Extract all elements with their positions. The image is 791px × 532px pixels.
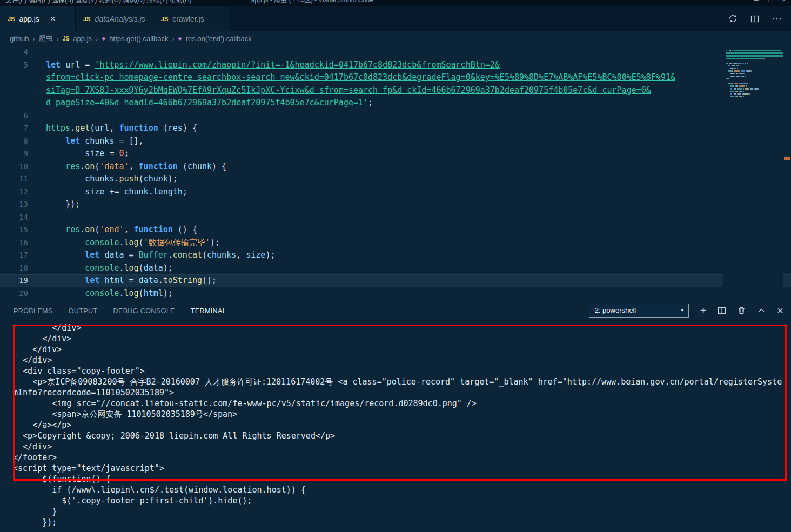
code-line[interactable]: 12 size += chunk.length; bbox=[0, 186, 791, 199]
line-number[interactable]: 18 bbox=[0, 262, 46, 275]
line-number[interactable]: 9 bbox=[0, 147, 46, 160]
tab-label: crawler.js bbox=[172, 15, 204, 23]
line-number[interactable]: 11 bbox=[0, 173, 46, 186]
line-number[interactable]: 19 bbox=[0, 274, 46, 287]
split-editor-icon[interactable] bbox=[750, 15, 759, 23]
code-line[interactable]: d_pageSize=40&d_headId=466b672969a37b2de… bbox=[0, 97, 791, 110]
code-line[interactable]: 8 let chunks = [], bbox=[0, 135, 791, 148]
panel-tabs: PROBLEMS OUTPUT DEBUG CONSOLE TERMINAL bbox=[13, 302, 227, 319]
code-line[interactable]: 14 bbox=[0, 211, 791, 224]
terminal-shell-select[interactable]: 2: powershell ▼ bbox=[589, 304, 689, 318]
breadcrumb: github › 爬虫 › JS app.js › ◆ https.get() … bbox=[0, 31, 791, 46]
code-line[interactable]: 7https.get(url, function (res) { bbox=[0, 122, 791, 135]
line-number[interactable]: 5 bbox=[0, 59, 46, 72]
kill-terminal-trash-icon[interactable] bbox=[738, 306, 746, 315]
line-number[interactable]: 20 bbox=[0, 287, 46, 300]
tab-crawler-js[interactable]: JS crawler.js bbox=[153, 6, 229, 31]
split-terminal-icon[interactable] bbox=[718, 306, 726, 315]
overview-ruler-mark bbox=[784, 157, 790, 160]
line-number[interactable]: 13 bbox=[0, 198, 46, 211]
javascript-file-icon: JS bbox=[63, 36, 69, 42]
chevron-right-icon: › bbox=[172, 35, 174, 43]
line-number[interactable]: 8 bbox=[0, 135, 46, 148]
more-actions-icon[interactable]: ⋯ bbox=[772, 13, 782, 25]
menu-bar[interactable]: 文件(F) 编辑(E) 选择(S) 查看(V) 转到(G) 调试(D) 终端(T… bbox=[5, 0, 192, 5]
breadcrumb-github[interactable]: github bbox=[10, 35, 29, 43]
javascript-file-icon: JS bbox=[161, 16, 168, 22]
line-number[interactable] bbox=[0, 97, 46, 110]
code-line[interactable]: 16 console.log('数据包传输完毕'); bbox=[0, 237, 791, 250]
tab-label: app.js bbox=[19, 15, 39, 23]
code-line[interactable]: 17 let data = Buffer.concat(chunks, size… bbox=[0, 249, 791, 262]
minimap[interactable] bbox=[723, 46, 783, 300]
tab-output[interactable]: OUTPUT bbox=[68, 302, 98, 319]
new-terminal-icon[interactable]: + bbox=[700, 305, 707, 316]
code-line[interactable]: 15 res.on('end', function () { bbox=[0, 224, 791, 237]
code-line[interactable]: 6 bbox=[0, 110, 791, 123]
code-line[interactable]: 20 console.log(html); bbox=[0, 287, 791, 300]
javascript-file-icon: JS bbox=[83, 16, 90, 22]
code-lines: 45let url = 'https://www.liepin.com/zhao… bbox=[0, 46, 791, 300]
editor-scrollbar[interactable] bbox=[783, 46, 791, 300]
line-number[interactable]: 15 bbox=[0, 224, 46, 237]
terminal[interactable]: </div> </div> </div> </div> <div class="… bbox=[0, 320, 791, 532]
line-number[interactable] bbox=[0, 84, 46, 97]
editor-actions: ⋯ bbox=[728, 6, 791, 31]
tab-dataanalysis-js[interactable]: JS dataAnalysis.js bbox=[76, 6, 153, 31]
breadcrumb-file[interactable]: app.js bbox=[73, 35, 92, 43]
panel-controls: 2: powershell ▼ + bbox=[589, 304, 783, 318]
editor-tab-bar: JS app.js × JS dataAnalysis.js JS crawle… bbox=[0, 6, 791, 31]
code-line[interactable]: 18 console.log(data); bbox=[0, 262, 791, 275]
line-number[interactable]: 16 bbox=[0, 237, 46, 250]
tab-app-js[interactable]: JS app.js × bbox=[0, 6, 76, 31]
code-line[interactable]: sfrom=click-pc_homepage-centre_searchbox… bbox=[0, 71, 791, 84]
tab-label: dataAnalysis.js bbox=[95, 15, 145, 23]
chevron-down-icon: ▼ bbox=[676, 304, 688, 317]
window-close-button[interactable]: × bbox=[782, 0, 786, 4]
close-tab-icon[interactable]: × bbox=[50, 14, 56, 23]
code-line[interactable]: 5let url = 'https://www.liepin.com/zhaop… bbox=[0, 59, 791, 72]
window-maximize-button[interactable]: □ bbox=[768, 0, 772, 4]
javascript-file-icon: JS bbox=[8, 16, 15, 22]
breadcrumb-folder[interactable]: 爬虫 bbox=[39, 33, 53, 43]
window-titlebar: 文件(F) 编辑(E) 选择(S) 查看(V) 转到(G) 调试(D) 终端(T… bbox=[0, 0, 791, 6]
tab-problems[interactable]: PROBLEMS bbox=[13, 302, 53, 319]
window-minimize-button[interactable]: ─ bbox=[754, 0, 759, 4]
code-line[interactable]: 9 size = 0; bbox=[0, 147, 791, 160]
close-panel-icon[interactable]: × bbox=[777, 305, 783, 316]
code-line[interactable]: 13 }); bbox=[0, 198, 791, 211]
chevron-right-icon: › bbox=[32, 35, 35, 43]
chevron-right-icon: › bbox=[57, 35, 59, 43]
breadcrumb-symbol-get-callback[interactable]: https.get() callback bbox=[109, 35, 168, 43]
chevron-right-icon: › bbox=[96, 35, 98, 43]
code-editor[interactable]: 45let url = 'https://www.liepin.com/zhao… bbox=[0, 46, 791, 300]
terminal-output[interactable]: </div> </div> </div> </div> <div class="… bbox=[13, 322, 787, 528]
code-line[interactable]: 10 res.on('data', function (chunk) { bbox=[0, 160, 791, 173]
line-number[interactable]: 14 bbox=[0, 211, 46, 224]
window-title: app.js - 爬虫 (工作区) - Visual Studio Code bbox=[251, 0, 374, 5]
tab-terminal[interactable]: TERMINAL bbox=[190, 302, 227, 319]
line-number[interactable]: 7 bbox=[0, 122, 46, 135]
panel-header: PROBLEMS OUTPUT DEBUG CONSOLE TERMINAL 2… bbox=[0, 300, 791, 320]
terminal-shell-label: 2: powershell bbox=[595, 306, 636, 314]
code-line[interactable]: siTag=D_7XS8J-xxxQY6y2bMqEWQ%7EfA9rXquZc… bbox=[0, 84, 791, 97]
breadcrumb-symbol-end-callback[interactable]: res.on('end') callback bbox=[186, 35, 252, 43]
symbol-method-icon: ◆ bbox=[102, 36, 105, 41]
bottom-panel: PROBLEMS OUTPUT DEBUG CONSOLE TERMINAL 2… bbox=[0, 300, 791, 532]
code-line[interactable]: 19 let html = data.toString(); bbox=[0, 274, 791, 287]
code-line[interactable]: 4 bbox=[0, 46, 791, 59]
line-number[interactable]: 6 bbox=[0, 110, 46, 123]
line-number[interactable]: 17 bbox=[0, 249, 46, 262]
line-number[interactable]: 10 bbox=[0, 160, 46, 173]
maximize-panel-chevron-icon[interactable] bbox=[757, 306, 766, 315]
line-number[interactable]: 12 bbox=[0, 186, 46, 199]
symbol-method-icon: ◆ bbox=[178, 36, 182, 41]
sync-icon[interactable] bbox=[728, 14, 738, 23]
tab-debug-console[interactable]: DEBUG CONSOLE bbox=[112, 302, 175, 319]
line-number[interactable]: 4 bbox=[0, 46, 46, 59]
line-number[interactable] bbox=[0, 71, 46, 84]
vscode-window: 文件(F) 编辑(E) 选择(S) 查看(V) 转到(G) 调试(D) 终端(T… bbox=[0, 0, 791, 532]
code-line[interactable]: 11 chunks.push(chunk); bbox=[0, 173, 791, 186]
